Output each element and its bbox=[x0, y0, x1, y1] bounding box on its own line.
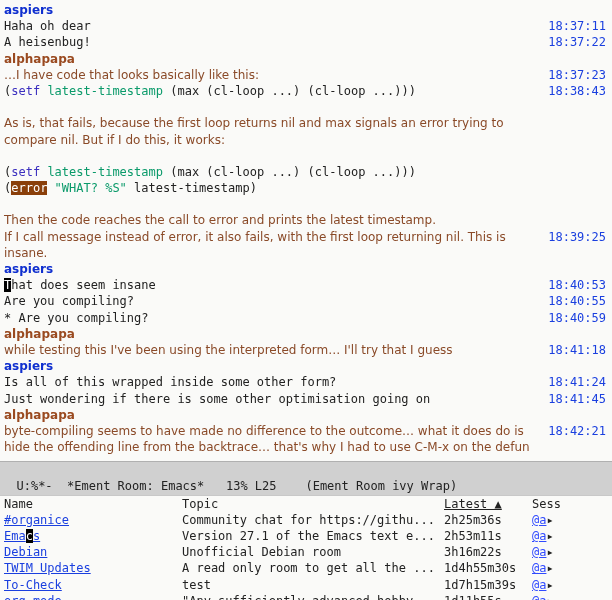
message-text: byte-compiling seems to have made no dif… bbox=[4, 424, 524, 438]
room-topic: Unofficial Debian room bbox=[182, 544, 444, 560]
chat-message: alphapapa bbox=[4, 51, 608, 67]
table-row[interactable]: TWIM UpdatesA read only room to get all … bbox=[4, 560, 608, 576]
sender-nick: aspiers bbox=[4, 262, 53, 276]
table-row[interactable]: To-Checktest1d7h15m39s@a▸ bbox=[4, 577, 608, 593]
chat-line[interactable]: insane. bbox=[4, 245, 608, 261]
message-text: Just wondering if there is some other op… bbox=[4, 392, 430, 406]
symbol-latest: latest-timestamp bbox=[47, 165, 163, 179]
chat-line[interactable]: Haha oh dear 18:37:11 bbox=[4, 18, 608, 34]
chat-line[interactable]: That does seem insane 18:40:53 bbox=[4, 277, 608, 293]
room-latest: 1d4h55m30s bbox=[444, 560, 532, 576]
chat-line[interactable]: Then the code reaches the call to error … bbox=[4, 212, 608, 228]
timestamp: 18:41:18 bbox=[548, 342, 606, 358]
sender-nick: aspiers bbox=[4, 3, 53, 17]
symbol-cl-loop: cl-loop bbox=[315, 84, 366, 98]
chat-line[interactable]: A heisenbug! 18:37:22 bbox=[4, 34, 608, 50]
timestamp: 18:41:24 bbox=[548, 374, 606, 390]
col-header-latest[interactable]: Latest ▲ bbox=[444, 496, 532, 512]
symbol-latest: latest-timestamp bbox=[47, 84, 163, 98]
timestamp: 18:37:23 bbox=[548, 67, 606, 83]
timestamp: 18:38:43 bbox=[548, 83, 606, 99]
rooms-body: #organiceCommunity chat for https://gith… bbox=[4, 512, 608, 600]
table-row[interactable]: EmacsVersion 27.1 of the Emacs text e...… bbox=[4, 528, 608, 544]
ellipsis: ... bbox=[271, 84, 293, 98]
symbol-cl-loop: cl-loop bbox=[315, 165, 366, 179]
table-row[interactable]: DebianUnofficial Debian room3h16m22s@a▸ bbox=[4, 544, 608, 560]
room-name[interactable]: org-mode bbox=[4, 593, 182, 600]
room-name[interactable]: Emacs bbox=[4, 528, 182, 544]
message-text: hide the offending line from the backtra… bbox=[4, 440, 530, 454]
room-session: @a▸ bbox=[532, 528, 608, 544]
chat-line[interactable]: hide the offending line from the backtra… bbox=[4, 439, 608, 455]
sender-nick: aspiers bbox=[4, 359, 53, 373]
chat-line[interactable]: As is, that fails, because the first loo… bbox=[4, 115, 608, 131]
modeline-chat[interactable]: U:%*- *Ement Room: Emacs* 13% L25 (Ement… bbox=[0, 461, 612, 495]
symbol-error: error bbox=[11, 181, 47, 195]
timestamp: 18:40:59 bbox=[548, 310, 606, 326]
room-topic: "Any sufficiently advanced hobby... bbox=[182, 593, 444, 600]
rooms-header: Name Topic Latest ▲ Sess bbox=[4, 496, 608, 512]
blank-line bbox=[4, 148, 608, 164]
code-line[interactable]: (setf latest-timestamp (max (cl-loop ...… bbox=[4, 83, 608, 99]
symbol-setf: setf bbox=[11, 165, 40, 179]
message-text: hat does seem insane bbox=[11, 278, 156, 292]
sender-nick: alphapapa bbox=[4, 408, 75, 422]
ellipsis: ... bbox=[373, 165, 395, 179]
chat-line[interactable]: compare nil. But if I do this, it works: bbox=[4, 132, 608, 148]
room-latest: 3h16m22s bbox=[444, 544, 532, 560]
timestamp: 18:39:25 bbox=[548, 229, 606, 245]
message-text: If I call message instead of error, it a… bbox=[4, 230, 506, 244]
col-header-sess[interactable]: Sess bbox=[532, 496, 608, 512]
rooms-pane: Name Topic Latest ▲ Sess #organiceCommun… bbox=[0, 496, 612, 600]
chat-line[interactable]: Just wondering if there is some other op… bbox=[4, 391, 608, 407]
blank-line bbox=[4, 196, 608, 212]
sender-nick: alphapapa bbox=[4, 327, 75, 341]
room-session: @a▸ bbox=[532, 577, 608, 593]
room-latest: 2h25m36s bbox=[444, 512, 532, 528]
chat-line[interactable]: Are you compiling? 18:40:55 bbox=[4, 293, 608, 309]
symbol-setf: setf bbox=[11, 84, 40, 98]
message-text: * Are you compiling? bbox=[4, 311, 149, 325]
code-line[interactable]: (setf latest-timestamp (max (cl-loop ...… bbox=[4, 164, 608, 180]
timestamp: 18:40:53 bbox=[548, 277, 606, 293]
chat-line[interactable]: while testing this I've been using the i… bbox=[4, 342, 608, 358]
room-name[interactable]: TWIM Updates bbox=[4, 560, 182, 576]
timestamp: 18:42:21 bbox=[548, 423, 606, 439]
room-topic: test bbox=[182, 577, 444, 593]
chat-line[interactable]: Is all of this wrapped inside some other… bbox=[4, 374, 608, 390]
chat-message: aspiers bbox=[4, 2, 608, 18]
room-name[interactable]: Debian bbox=[4, 544, 182, 560]
symbol-cl-loop: cl-loop bbox=[214, 165, 265, 179]
chat-message: alphapapa bbox=[4, 326, 608, 342]
modeline-text: U:%*- *Ement Room: Emacs* 13% L25 (Ement… bbox=[16, 479, 457, 493]
room-name[interactable]: To-Check bbox=[4, 577, 182, 593]
room-topic: Community chat for https://githu... bbox=[182, 512, 444, 528]
code-line[interactable]: (error "WHAT? %S" latest-timestamp) bbox=[4, 180, 608, 196]
chat-message: aspiers bbox=[4, 261, 608, 277]
chat-line[interactable]: …I have code that looks basically like t… bbox=[4, 67, 608, 83]
symbol-max: max bbox=[177, 165, 199, 179]
col-header-name[interactable]: Name bbox=[4, 496, 182, 512]
room-session: @a▸ bbox=[532, 512, 608, 528]
ellipsis: ... bbox=[373, 84, 395, 98]
message-text: …I have code that looks basically like t… bbox=[4, 68, 259, 82]
message-text: while testing this I've been using the i… bbox=[4, 343, 453, 357]
message-text: Are you compiling? bbox=[4, 294, 134, 308]
room-name[interactable]: #organice bbox=[4, 512, 182, 528]
message-text: A heisenbug! bbox=[4, 35, 91, 49]
chat-line[interactable]: * Are you compiling? 18:40:59 bbox=[4, 310, 608, 326]
room-session: @a▸ bbox=[532, 560, 608, 576]
table-row[interactable]: org-mode"Any sufficiently advanced hobby… bbox=[4, 593, 608, 600]
string-literal: "WHAT? %S" bbox=[55, 181, 127, 195]
chat-line[interactable]: byte-compiling seems to have made no dif… bbox=[4, 423, 608, 439]
chat-pane: aspiers Haha oh dear 18:37:11 A heisenbu… bbox=[0, 0, 612, 461]
ellipsis: ... bbox=[271, 165, 293, 179]
sender-nick: alphapapa bbox=[4, 52, 75, 66]
chat-line[interactable]: If I call message instead of error, it a… bbox=[4, 229, 608, 245]
table-row[interactable]: #organiceCommunity chat for https://gith… bbox=[4, 512, 608, 528]
chat-message: aspiers bbox=[4, 358, 608, 374]
room-session: @a▸ bbox=[532, 593, 608, 600]
room-session: @a▸ bbox=[532, 544, 608, 560]
message-text: Is all of this wrapped inside some other… bbox=[4, 375, 336, 389]
col-header-topic[interactable]: Topic bbox=[182, 496, 444, 512]
